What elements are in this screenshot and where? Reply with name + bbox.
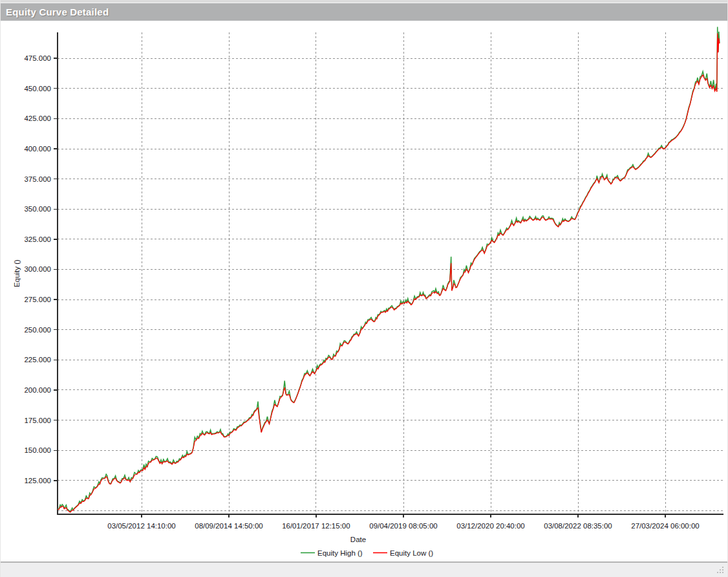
y-tick-label: 450.000 xyxy=(24,85,51,93)
status-bar xyxy=(1,561,727,577)
chart-legend: Equity High ()Equity Low () xyxy=(301,549,433,557)
gridlines xyxy=(58,32,723,514)
x-axis-title: Date xyxy=(350,536,366,543)
window-titlebar[interactable]: Equity Curve Detailed xyxy=(1,3,727,21)
y-tick-label: 425.000 xyxy=(24,114,51,122)
x-tick-label: 09/04/2019 08:05:00 xyxy=(369,522,438,530)
y-tick-label: 475.000 xyxy=(24,54,51,62)
y-tick-label: 300.000 xyxy=(24,265,51,273)
y-tick-label: 325.000 xyxy=(24,235,51,243)
x-tick-label: 03/05/2012 14:10:00 xyxy=(107,522,176,530)
x-tick-label: 16/01/2017 12:15:00 xyxy=(282,522,350,530)
x-tick-label: 03/08/2022 08:35:00 xyxy=(544,522,612,530)
legend-item-label: Equity Low () xyxy=(390,549,433,557)
y-tick-label: 350.000 xyxy=(24,205,51,213)
x-tick-label: 08/09/2014 14:50:00 xyxy=(195,522,263,530)
y-tick-label: 275.000 xyxy=(24,296,51,303)
axes xyxy=(54,32,723,517)
tick-labels: 475.000450.000425.000400.000375.000350.0… xyxy=(24,54,699,530)
equity-curve-chart: 475.000450.000425.000400.000375.000350.0… xyxy=(1,21,728,561)
y-tick-label: 200.000 xyxy=(24,386,51,394)
y-tick-label: 375.000 xyxy=(24,175,51,183)
x-tick-label: 27/03/2024 06:00:00 xyxy=(631,522,700,530)
y-tick-label: 400.000 xyxy=(24,145,51,153)
y-tick-label: 125.000 xyxy=(24,477,51,484)
y-tick-label: 225.000 xyxy=(24,356,51,364)
chart-area: 475.000450.000425.000400.000375.000350.0… xyxy=(1,21,728,561)
equity-curve-window: Equity Curve Detailed 475.000450.000425.… xyxy=(0,0,728,577)
y-tick-label: 250.000 xyxy=(24,326,51,334)
y-axis-title: Equity () xyxy=(13,259,21,287)
y-tick-label: 150.000 xyxy=(24,446,51,454)
resize-grip-icon[interactable] xyxy=(717,567,725,574)
equity-low-line xyxy=(58,34,720,513)
window-title: Equity Curve Detailed xyxy=(1,6,109,17)
y-tick-label: 175.000 xyxy=(24,417,51,424)
legend-item-label: Equity High () xyxy=(317,549,363,557)
x-tick-label: 03/12/2020 20:40:00 xyxy=(456,522,525,530)
